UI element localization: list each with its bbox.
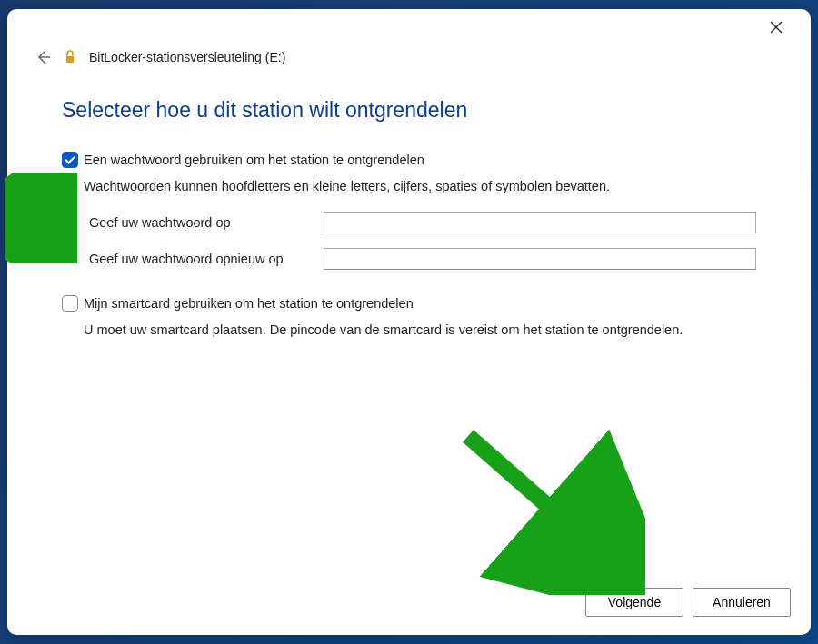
password-option-description: Wachtwoorden kunnen hoofdletters en klei… bbox=[84, 177, 756, 197]
smartcard-option-block: Mijn smartcard gebruiken om het station … bbox=[62, 295, 756, 341]
password-option-label: Een wachtwoord gebruiken om het station … bbox=[84, 153, 424, 167]
password-field-label: Geef uw wachtwoord op bbox=[89, 215, 316, 230]
password-option-row: Een wachtwoord gebruiken om het station … bbox=[62, 152, 756, 168]
titlebar bbox=[7, 9, 811, 45]
bitlocker-icon bbox=[62, 49, 78, 65]
svg-rect-3 bbox=[66, 56, 74, 63]
dialog-content: Selecteer hoe u dit station wilt ontgren… bbox=[7, 78, 811, 575]
confirm-password-input[interactable] bbox=[324, 248, 756, 270]
dialog-footer: Volgende Annuleren bbox=[7, 575, 811, 635]
bitlocker-dialog: BitLocker-stationsversleuteling (E:) Sel… bbox=[7, 9, 811, 635]
smartcard-option-description: U moet uw smartcard plaatsen. De pincode… bbox=[84, 321, 756, 341]
back-arrow-icon bbox=[35, 49, 51, 65]
back-button[interactable] bbox=[35, 49, 51, 65]
close-icon bbox=[770, 21, 783, 34]
password-option-block: Een wachtwoord gebruiken om het station … bbox=[62, 152, 756, 270]
confirm-password-field-label: Geef uw wachtwoord opnieuw op bbox=[89, 252, 316, 266]
smartcard-checkbox[interactable] bbox=[62, 295, 78, 312]
confirm-password-field-row: Geef uw wachtwoord opnieuw op bbox=[89, 248, 756, 270]
page-title: Selecteer hoe u dit station wilt ontgren… bbox=[62, 98, 756, 123]
next-button[interactable]: Volgende bbox=[585, 588, 683, 617]
dialog-header: BitLocker-stationsversleuteling (E:) bbox=[7, 45, 811, 78]
password-input[interactable] bbox=[324, 212, 756, 233]
password-checkbox[interactable] bbox=[62, 152, 78, 168]
app-title: BitLocker-stationsversleuteling (E:) bbox=[89, 50, 285, 64]
smartcard-option-row: Mijn smartcard gebruiken om het station … bbox=[62, 295, 756, 312]
smartcard-option-label: Mijn smartcard gebruiken om het station … bbox=[84, 296, 414, 311]
cancel-button[interactable]: Annuleren bbox=[693, 588, 791, 617]
close-button[interactable] bbox=[758, 13, 794, 42]
password-field-row: Geef uw wachtwoord op bbox=[89, 212, 756, 233]
